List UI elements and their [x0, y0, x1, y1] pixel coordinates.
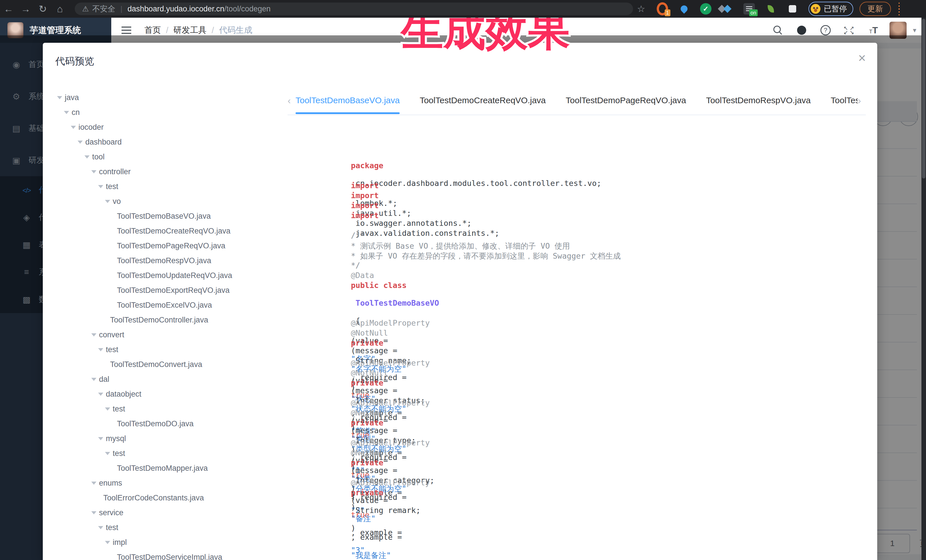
- browser-menu-icon[interactable]: ⋮⋮⋮: [895, 5, 903, 13]
- tree-item[interactable]: ToolTestDemoPageReqVO.java: [55, 238, 289, 253]
- code-token: }: [351, 491, 356, 499]
- code-tab[interactable]: ToolTestDemoUpdateReqVO.java: [831, 94, 858, 114]
- tree-item[interactable]: cn: [55, 105, 289, 120]
- code-tab[interactable]: ToolTestDemoCreateReqVO.java: [420, 94, 546, 114]
- code-tab[interactable]: ToolTestDemoBaseVO.java: [295, 94, 399, 114]
- tree-item[interactable]: test: [55, 520, 289, 535]
- not-secure-icon[interactable]: ⚠: [82, 5, 89, 14]
- code-token: cn.iocoder.dashboard.modules.tool.contro…: [351, 179, 601, 188]
- breadcrumb-home[interactable]: 首页: [144, 24, 161, 36]
- tree-item[interactable]: dataobject: [55, 386, 289, 402]
- github-icon[interactable]: [796, 24, 807, 36]
- profile-paused-badge[interactable]: 已暂停: [808, 2, 853, 16]
- code-tab[interactable]: ToolTestDemoRespVO.java: [706, 94, 811, 114]
- tree-item-label: ToolErrorCodeConstants.java: [103, 494, 204, 503]
- tabs-prev-icon[interactable]: [287, 94, 295, 107]
- extensions-tray: 1 on: [657, 3, 798, 15]
- tree-item[interactable]: ToolTestDemoConvert.java: [55, 357, 289, 372]
- extension-icon-4[interactable]: [722, 3, 733, 15]
- tree-item[interactable]: dashboard: [55, 134, 289, 149]
- tabs-next-icon[interactable]: [858, 94, 866, 107]
- tree-item[interactable]: test: [55, 342, 289, 357]
- tree-item[interactable]: test: [55, 402, 289, 416]
- code-token: private: [351, 488, 383, 497]
- browser-update-button[interactable]: 更新: [859, 2, 891, 16]
- code-token: import: [351, 211, 379, 220]
- tree-item[interactable]: java: [55, 90, 289, 105]
- help-icon[interactable]: [820, 24, 831, 36]
- tree-item[interactable]: mysql: [55, 431, 289, 446]
- caret-down-icon: [105, 408, 110, 411]
- chevron-down-icon[interactable]: ▾: [913, 26, 916, 34]
- tree-item[interactable]: dal: [55, 372, 289, 386]
- back-icon[interactable]: ←: [0, 3, 17, 15]
- caret-down-icon: [91, 333, 97, 337]
- caret-down-icon: [85, 155, 89, 158]
- forward-icon[interactable]: →: [17, 3, 34, 15]
- tree-item[interactable]: ToolTestDemoMapper.java: [55, 461, 289, 475]
- tree-item[interactable]: controller: [55, 164, 289, 179]
- code-line: [295, 145, 869, 154]
- tree-item[interactable]: convert: [55, 328, 289, 342]
- code-view[interactable]: package cn.iocoder.dashboard.modules.too…: [295, 134, 869, 560]
- reload-icon[interactable]: ↻: [34, 3, 51, 15]
- tree-item[interactable]: enums: [55, 475, 289, 491]
- tree-item[interactable]: service: [55, 505, 289, 520]
- file-tree: java cn iocoder dashboard: [55, 90, 289, 560]
- tree-item-label: ToolTestDemoDO.java: [117, 420, 194, 428]
- tree-item[interactable]: test: [55, 179, 289, 194]
- tree-item-label: test: [106, 345, 118, 354]
- tree-item-label: dataobject: [106, 390, 142, 398]
- tree-item[interactable]: ToolTestDemoDO.java: [55, 416, 289, 431]
- extension-icon-6[interactable]: [765, 3, 776, 15]
- bookmark-star-icon[interactable]: ☆: [637, 3, 645, 14]
- tree-item[interactable]: vo: [55, 194, 289, 209]
- tree-item[interactable]: ToolErrorCodeConstants.java: [55, 491, 289, 505]
- tree-item[interactable]: ToolTestDemoRespVO.java: [55, 253, 289, 268]
- browser-scrollbar[interactable]: [921, 18, 926, 560]
- extension-icon-3[interactable]: [700, 3, 711, 15]
- code-token: "备注": [351, 514, 376, 523]
- tree-item[interactable]: iocoder: [55, 120, 289, 134]
- tree-item[interactable]: ToolTestDemoCreateReqVO.java: [55, 223, 289, 238]
- tree-item[interactable]: ToolTestDemoController.java: [55, 312, 289, 328]
- tree-item[interactable]: ToolTestDemoBaseVO.java: [55, 209, 289, 223]
- extension-icon-5[interactable]: on: [743, 3, 755, 15]
- font-size-icon[interactable]: [868, 24, 879, 36]
- tree-item[interactable]: ToolTestDemoServiceImpl.java: [55, 550, 289, 560]
- code-token: "我是备注": [351, 551, 391, 560]
- url-path: /tool/codegen: [224, 5, 271, 14]
- search-icon[interactable]: [772, 24, 783, 36]
- tree-item[interactable]: tool: [55, 149, 289, 164]
- tree-item-label: ToolTestDemoUpdateReqVO.java: [117, 271, 232, 280]
- code-tab[interactable]: ToolTestDemoPageReqVO.java: [566, 94, 686, 114]
- home-icon[interactable]: ⌂: [51, 3, 68, 15]
- extension-icon-1[interactable]: 1: [657, 3, 668, 15]
- code-token: * 如果子 VO 存在差异的字段，请不要添加到这里，影响 Swagger 文档生…: [351, 252, 621, 260]
- code-token: import: [351, 181, 379, 190]
- code-token: [351, 341, 369, 350]
- tree-item[interactable]: ToolTestDemoExcelVO.java: [55, 298, 289, 312]
- tree-item[interactable]: ToolTestDemoUpdateReqVO.java: [55, 268, 289, 283]
- code-token: [351, 401, 369, 409]
- hamburger-icon[interactable]: [121, 27, 131, 34]
- code-tab-label: ToolTestDemoUpdateReqVO.java: [831, 95, 858, 105]
- code-token: @NotNull: [351, 408, 388, 417]
- tree-item-label: ToolTestDemoController.java: [110, 315, 208, 325]
- breadcrumb-devtools[interactable]: 研发工具: [174, 24, 207, 36]
- tree-item[interactable]: impl: [55, 535, 289, 550]
- caret-down-icon: [91, 170, 97, 174]
- close-icon[interactable]: [858, 51, 866, 65]
- breadcrumb-separator: /: [166, 26, 168, 35]
- extension-icon-2[interactable]: [678, 3, 690, 15]
- scrollbar-thumb[interactable]: [922, 19, 925, 178]
- address-bar[interactable]: ⚠ 不安全 | dashboard.yudao.iocoder.cn /tool…: [75, 3, 633, 15]
- caret-down-icon: [98, 392, 103, 396]
- dialog-title: 代码预览: [55, 55, 94, 68]
- tree-item[interactable]: test: [55, 446, 289, 461]
- caret-down-icon: [91, 378, 97, 381]
- tree-item[interactable]: ToolTestDemoExportReqVO.java: [55, 283, 289, 298]
- extension-icon-7[interactable]: [787, 3, 798, 15]
- fullscreen-icon[interactable]: [844, 24, 855, 36]
- code-token: @Data: [351, 271, 374, 280]
